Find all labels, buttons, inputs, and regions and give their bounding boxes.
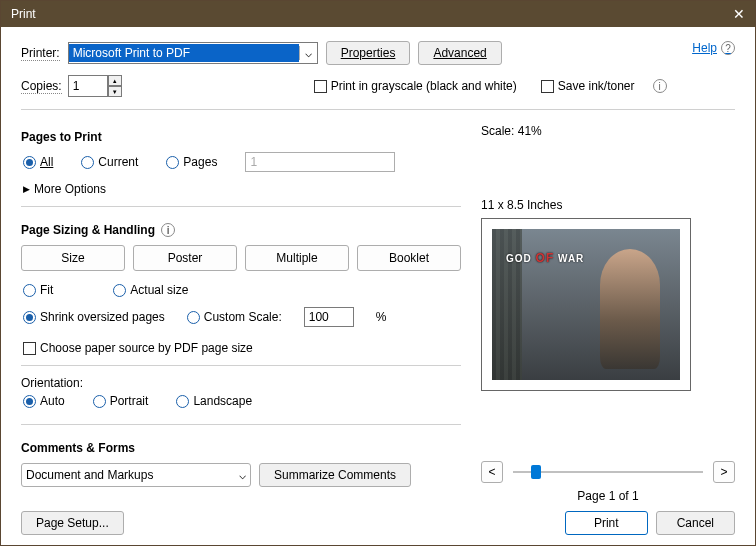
radio-auto[interactable]: Auto [23,394,65,408]
printer-value: Microsoft Print to PDF [69,44,299,62]
cancel-button[interactable]: Cancel [656,511,735,535]
close-icon[interactable]: ✕ [733,6,745,22]
preview-dims: 11 x 8.5 Inches [481,198,735,212]
spin-down-icon[interactable]: ▼ [108,86,122,97]
grayscale-checkbox[interactable]: Print in grayscale (black and white) [314,79,517,93]
copies-spinner[interactable]: ▲ ▼ [68,75,122,97]
page-indicator: Page 1 of 1 [481,489,735,503]
print-button[interactable]: Print [565,511,648,535]
save-ink-checkbox[interactable]: Save ink/toner [541,79,635,93]
comments-title: Comments & Forms [21,441,461,455]
spin-up-icon[interactable]: ▲ [108,75,122,86]
more-options-toggle[interactable]: ▶More Options [23,182,461,196]
info-icon[interactable]: i [653,79,667,93]
page-prev-button[interactable]: < [481,461,503,483]
radio-all[interactable]: All [23,155,53,169]
slider-thumb[interactable] [531,465,541,479]
choose-paper-checkbox[interactable]: Choose paper source by PDF page size [23,341,461,355]
booklet-button[interactable]: Booklet [357,245,461,271]
custom-scale-input[interactable] [304,307,354,327]
radio-pages[interactable]: Pages [166,155,217,169]
page-setup-button[interactable]: Page Setup... [21,511,124,535]
titlebar: Print ✕ [1,1,755,27]
preview-content: GOD OF WAR [506,251,584,265]
copies-label: Copies: [21,79,62,94]
properties-button[interactable]: Properties [326,41,411,65]
copies-input[interactable] [68,75,108,97]
info-icon[interactable]: i [161,223,175,237]
advanced-button[interactable]: Advanced [418,41,501,65]
print-preview: GOD OF WAR [481,218,691,391]
multiple-button[interactable]: Multiple [245,245,349,271]
size-button[interactable]: Size [21,245,125,271]
radio-shrink[interactable]: Shrink oversized pages [23,310,165,324]
pages-input[interactable] [245,152,395,172]
radio-landscape[interactable]: Landscape [176,394,252,408]
triangle-right-icon: ▶ [23,184,30,194]
radio-actual[interactable]: Actual size [113,283,188,297]
print-dialog: Print ✕ Help? Printer: Microsoft Print t… [0,0,756,546]
chevron-down-icon[interactable]: ⌵ [299,46,317,60]
scale-label: Scale: [481,124,514,138]
orientation-title: Orientation: [21,376,461,390]
printer-label: Printer: [21,46,60,61]
radio-portrait[interactable]: Portrait [93,394,149,408]
summarize-button[interactable]: Summarize Comments [259,463,411,487]
radio-custom[interactable]: Custom Scale: [187,310,282,324]
help-icon: ? [721,41,735,55]
help-link[interactable]: Help? [692,41,735,55]
window-title: Print [11,7,36,21]
scale-value: 41% [518,124,542,138]
pages-to-print-title: Pages to Print [21,130,461,144]
chevron-down-icon[interactable]: ⌵ [239,468,246,482]
poster-button[interactable]: Poster [133,245,237,271]
page-slider[interactable] [513,471,703,473]
radio-fit[interactable]: Fit [23,283,53,297]
radio-current[interactable]: Current [81,155,138,169]
printer-combo[interactable]: Microsoft Print to PDF ⌵ [68,42,318,64]
comments-combo[interactable]: Document and Markups ⌵ [21,463,251,487]
page-next-button[interactable]: > [713,461,735,483]
sizing-title: Page Sizing & Handling [21,223,155,237]
